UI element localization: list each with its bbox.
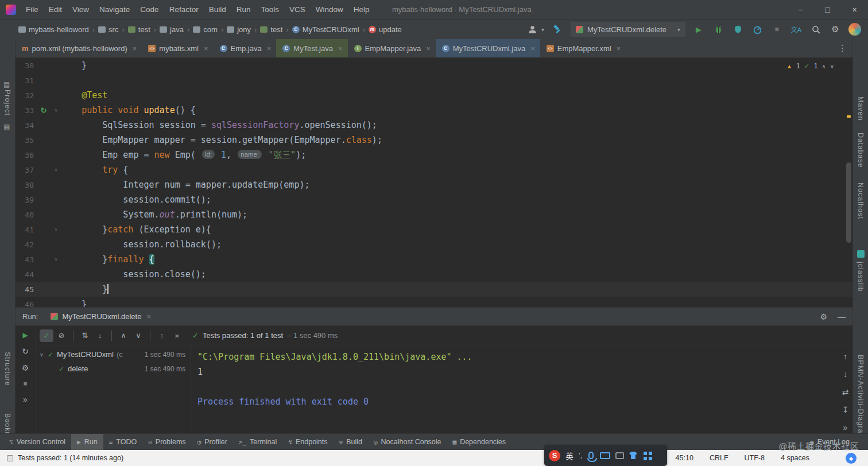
collapse-all-icon[interactable]: ∨: [131, 329, 145, 342]
chevron-down-icon[interactable]: ∨: [830, 63, 834, 69]
code-line[interactable]: 42 session.rollback();: [16, 237, 852, 252]
test-tree-node[interactable]: ∨✓MyTestCRUDxml(c1 sec 490 ms: [36, 347, 190, 362]
build-hammer-icon[interactable]: [551, 23, 564, 36]
avatar[interactable]: [848, 23, 861, 36]
coverage-button[interactable]: [731, 23, 744, 36]
rerun-test-gutter-icon[interactable]: ↻: [36, 106, 51, 115]
debug-button[interactable]: [712, 23, 724, 36]
code-line[interactable]: 36 Emp emp = new Emp( id: 1, name: "张三")…: [16, 147, 852, 162]
close-icon[interactable]: ×: [133, 44, 137, 53]
show-ignored-icon[interactable]: ⊘: [55, 329, 68, 342]
code-line[interactable]: 46 }: [16, 297, 852, 307]
fold-icon[interactable]: ∨: [51, 167, 61, 173]
inspection-widget[interactable]: ▲ 1 ✓ 1 ∧ ∨: [786, 62, 834, 70]
menu-edit[interactable]: Edit: [44, 0, 67, 19]
code-line[interactable]: 43∨ }finally {: [16, 252, 852, 267]
fold-icon[interactable]: ∨: [51, 257, 61, 262]
run-button[interactable]: ▶: [692, 23, 705, 36]
editor-scrollbar[interactable]: [844, 58, 852, 307]
breadcrumb-jony[interactable]: jony: [227, 25, 251, 34]
toolwindow-button-todo[interactable]: ≡TODO: [103, 434, 143, 450]
menu-refactor[interactable]: Refactor: [164, 0, 204, 19]
menu-tools[interactable]: Tools: [255, 0, 284, 19]
toolbox-grid-icon[interactable]: [644, 452, 647, 455]
expand-all-icon[interactable]: ∧: [117, 329, 130, 342]
punctuation-toggle[interactable]: ’,: [579, 452, 582, 460]
code-line[interactable]: 40 System.out.println(num);: [16, 207, 852, 222]
chevron-down-icon[interactable]: ∨: [40, 352, 48, 358]
minimize-button[interactable]: −: [787, 0, 814, 19]
breadcrumb-test[interactable]: test: [260, 25, 282, 34]
code-line[interactable]: 38 Integer num = mapper.updateEmp(emp);: [16, 177, 852, 192]
tab-mytest-java[interactable]: CMyTest.java×: [276, 39, 347, 57]
code-line[interactable]: 31: [16, 73, 852, 88]
menu-vcs[interactable]: VCS: [284, 0, 311, 19]
status-icon[interactable]: [7, 455, 13, 461]
status-widget-utf-8[interactable]: UTF-8: [745, 454, 765, 462]
code-line[interactable]: 45 }: [16, 282, 852, 297]
stop-icon[interactable]: ■: [24, 380, 28, 387]
chevron-up-icon[interactable]: ∧: [822, 63, 826, 69]
code-line[interactable]: 33↻∨ public void update() {: [16, 103, 852, 118]
toolwindow-database[interactable]: Database: [857, 133, 865, 168]
breadcrumb-update[interactable]: mupdate: [369, 25, 402, 34]
jclasslib-strip-icon[interactable]: [857, 250, 865, 258]
tab-mybatis-xml[interactable]: <>mybatis.xml×: [142, 39, 213, 57]
tab-options-icon[interactable]: ⋮: [832, 39, 852, 57]
run-panel-tab[interactable]: MyTestCRUDxml.delete ×: [47, 308, 154, 325]
menu-file[interactable]: File: [21, 0, 44, 19]
menu-view[interactable]: View: [67, 0, 94, 19]
tab-empmapper-xml[interactable]: <>EmpMapper.xml×: [540, 39, 626, 57]
search-everywhere-icon[interactable]: [809, 23, 822, 36]
keyboard-icon[interactable]: [600, 452, 610, 459]
toolwindow-jclasslib[interactable]: jclasslib: [857, 262, 865, 292]
code-line[interactable]: 30 }: [16, 58, 852, 73]
code-with-me-icon[interactable]: [526, 23, 539, 36]
close-icon[interactable]: ×: [267, 44, 272, 53]
maximize-button[interactable]: □: [814, 0, 841, 19]
code-line[interactable]: 34 SqlSession session = sqlSessionFactor…: [16, 118, 852, 133]
close-button[interactable]: ×: [841, 0, 868, 19]
menu-code[interactable]: Code: [135, 0, 164, 19]
gear-icon[interactable]: ⚙: [22, 364, 29, 372]
toolwindow-nocalhost[interactable]: Nocalhost: [857, 182, 865, 220]
chevron-down-icon[interactable]: ▾: [541, 26, 544, 33]
scrollbar-thumb[interactable]: [846, 162, 851, 243]
board-strip-icon[interactable]: ▦: [3, 123, 10, 131]
clipboard-icon[interactable]: [615, 452, 624, 459]
status-widget-4-spaces[interactable]: 4 spaces: [781, 454, 809, 462]
fold-icon[interactable]: ∨: [51, 227, 61, 232]
menu-help[interactable]: Help: [348, 0, 375, 19]
toolwindow-button-terminal[interactable]: >_Terminal: [233, 434, 283, 450]
sogou-logo-icon[interactable]: S: [549, 450, 560, 461]
toolwindow-button-problems[interactable]: ⊙Problems: [142, 434, 191, 450]
tab-emp-java[interactable]: CEmp.java×: [214, 39, 277, 57]
status-message[interactable]: Tests passed: 1 (14 minutes ago): [18, 454, 123, 462]
show-passed-icon[interactable]: ✓: [40, 329, 53, 342]
down-icon[interactable]: ↓: [843, 370, 847, 378]
toolwindow-button-nocalhost-console[interactable]: ◎Nocalhost Console: [368, 434, 447, 450]
toolwindow-button-build[interactable]: ⚒Build: [334, 434, 368, 450]
more-icon[interactable]: »: [170, 329, 184, 342]
project-strip-icon[interactable]: ▤: [3, 80, 10, 88]
code-line[interactable]: 41∨ }catch (Exception e){: [16, 222, 852, 237]
sort-alpha-icon[interactable]: ↓: [93, 329, 107, 342]
toolwindow-maven[interactable]: Maven: [857, 96, 865, 121]
tab-empmapper-java[interactable]: IEmpMapper.java×: [348, 39, 436, 57]
status-widget-45-10[interactable]: 45:10: [676, 454, 693, 462]
test-tree-node[interactable]: ✓delete1 sec 490 ms: [36, 362, 190, 376]
breadcrumb-mytestcrudxml[interactable]: CMyTestCRUDxml: [292, 25, 359, 34]
language-toggle[interactable]: 英: [565, 450, 574, 461]
toolwindow-project[interactable]: Project: [3, 90, 11, 116]
skin-icon[interactable]: [629, 452, 637, 459]
code-line[interactable]: 44 session.close();: [16, 267, 852, 282]
hide-panel-icon[interactable]: —: [838, 312, 846, 321]
menu-build[interactable]: Build: [204, 0, 231, 19]
code-editor[interactable]: 30 }3132 @Test33↻∨ public void update() …: [16, 58, 852, 307]
toolwindow-button-version-control[interactable]: ⌥Version Control: [3, 434, 71, 450]
sort-duration-icon[interactable]: ⇅: [78, 329, 92, 342]
microphone-icon[interactable]: [588, 452, 594, 459]
breadcrumb-mybatis-helloword[interactable]: mybatis-helloword: [18, 25, 89, 34]
translate-icon[interactable]: 文A: [790, 23, 803, 36]
breadcrumb-com[interactable]: com: [193, 25, 218, 34]
